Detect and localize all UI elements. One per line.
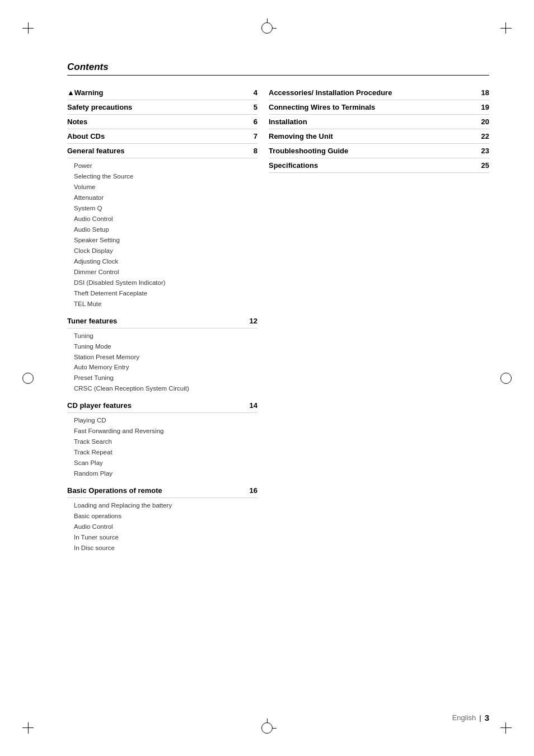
toc-right-label-removing-unit: Removing the Unit <box>269 132 333 140</box>
toc-right-label-installation: Installation <box>269 118 307 126</box>
toc-right-page-removing-unit: 22 <box>481 132 489 140</box>
footer-language: English <box>452 713 476 722</box>
toc-right-label-connecting-wires: Connecting Wires to Terminals <box>269 103 375 111</box>
toc-right-entry-troubleshooting: Troubleshooting Guide23 <box>269 144 489 158</box>
toc-sub-item: Dimmer Control <box>74 267 257 278</box>
crosshair-top <box>261 22 273 34</box>
toc-label-general-features: General features <box>67 147 125 155</box>
crosshair-right <box>500 373 512 384</box>
toc-page-about-cds: 7 <box>246 132 257 140</box>
toc-right-page-specifications: 25 <box>481 161 489 170</box>
toc-page-cd-player-features: 14 <box>246 401 257 410</box>
toc-right-entry-removing-unit: Removing the Unit22 <box>269 129 489 144</box>
toc-right-entry-accessories: Accessories/ Installation Procedure18 <box>269 86 489 100</box>
crosshair-bottom <box>261 722 273 734</box>
toc-sub-item: Theft Deterrent Faceplate <box>74 288 257 299</box>
toc-entry-about-cds: About CDs7 <box>67 129 257 144</box>
toc-sub-item: In Disc source <box>74 543 257 553</box>
toc-columns: ▲Warning4Safety precautions5Notes6About … <box>67 86 489 558</box>
toc-right-entry-specifications: Specifications25 <box>269 158 489 173</box>
toc-sub-item: Preset Tuning <box>74 373 257 383</box>
toc-sub-item: Audio Control <box>74 522 257 532</box>
page-footer: English | 3 <box>452 713 489 722</box>
toc-sub-item: Playing CD <box>74 415 257 426</box>
toc-page-basic-operations: 16 <box>246 486 257 495</box>
reg-mark-br <box>495 717 512 734</box>
toc-sub-item: System Q <box>74 203 257 214</box>
toc-sub-item: Selecting the Source <box>74 171 257 182</box>
toc-entry-safety: Safety precautions5 <box>67 100 257 115</box>
toc-sub-item: Speaker Setting <box>74 235 257 246</box>
toc-sub-item: Basic operations <box>74 511 257 522</box>
crosshair-left <box>22 373 34 384</box>
toc-right-page-troubleshooting: 23 <box>481 147 489 155</box>
left-column: ▲Warning4Safety precautions5Notes6About … <box>67 86 257 558</box>
toc-right-label-troubleshooting: Troubleshooting Guide <box>269 147 348 155</box>
toc-sub-item: Power <box>74 161 257 171</box>
toc-entry-notes: Notes6 <box>67 115 257 129</box>
toc-sub-item: Volume <box>74 182 257 192</box>
toc-sub-item: In Tuner source <box>74 532 257 543</box>
toc-label-basic-operations: Basic Operations of remote <box>67 486 162 495</box>
toc-label-tuner-features: Tuner features <box>67 317 117 325</box>
toc-sub-item: Loading and Replacing the battery <box>74 500 257 511</box>
toc-sub-item: Attenuator <box>74 192 257 203</box>
right-column: Accessories/ Installation Procedure18Con… <box>269 86 489 558</box>
toc-sub-item: Tuning Mode <box>74 341 257 352</box>
toc-sublist-general-features: PowerSelecting the SourceVolumeAttenuato… <box>67 158 257 314</box>
toc-sublist-cd-player-features: Playing CDFast Forwarding and ReversingT… <box>67 413 257 483</box>
toc-sub-item: Adjusting Clock <box>74 256 257 267</box>
page: Contents ▲Warning4Safety precautions5Not… <box>0 0 534 756</box>
toc-sublist-tuner-features: TuningTuning ModeStation Preset MemoryAu… <box>67 328 257 399</box>
toc-sublist-basic-operations: Loading and Replacing the batteryBasic o… <box>67 498 257 558</box>
toc-sub-item: Scan Play <box>74 458 257 468</box>
toc-sub-item: Station Preset Memory <box>74 352 257 363</box>
toc-sub-item: Tuning <box>74 331 257 341</box>
toc-sub-item: CRSC (Clean Reception System Circuit) <box>74 383 257 394</box>
title-divider <box>67 75 489 76</box>
reg-mark-bl <box>22 717 39 734</box>
toc-page-tuner-features: 12 <box>246 317 257 325</box>
toc-sub-item: Audio Control <box>74 214 257 224</box>
footer-separator: | <box>479 713 481 722</box>
toc-label-cd-player-features: CD player features <box>67 401 132 410</box>
toc-sub-item: Fast Forwarding and Reversing <box>74 426 257 436</box>
toc-entry-basic-operations: Basic Operations of remote16 <box>67 483 257 498</box>
toc-right-label-specifications: Specifications <box>269 161 318 170</box>
toc-right-entry-connecting-wires: Connecting Wires to Terminals19 <box>269 100 489 115</box>
toc-sub-item: TEL Mute <box>74 299 257 309</box>
toc-entry-warning: ▲Warning4 <box>67 86 257 100</box>
toc-entry-general-features: General features8 <box>67 144 257 158</box>
toc-right-page-accessories: 18 <box>481 88 489 97</box>
toc-sub-item: Auto Memory Entry <box>74 362 257 373</box>
toc-label-safety: Safety precautions <box>67 103 132 111</box>
reg-mark-tr <box>495 22 512 39</box>
toc-label-notes: Notes <box>67 118 87 126</box>
toc-label-warning: ▲Warning <box>67 88 103 97</box>
toc-sub-item: DSI (Disabled System Indicator) <box>74 278 257 288</box>
toc-entry-cd-player-features: CD player features14 <box>67 398 257 413</box>
toc-page-notes: 6 <box>246 118 257 126</box>
footer-page-number: 3 <box>485 713 489 722</box>
toc-sub-item: Track Repeat <box>74 447 257 458</box>
toc-sub-item: Audio Setup <box>74 224 257 235</box>
toc-right-page-connecting-wires: 19 <box>481 103 489 111</box>
toc-sub-item: Track Search <box>74 436 257 447</box>
toc-label-about-cds: About CDs <box>67 132 105 140</box>
reg-mark-tl <box>22 22 39 39</box>
toc-right-label-accessories: Accessories/ Installation Procedure <box>269 88 392 97</box>
toc-right-entry-installation: Installation20 <box>269 115 489 129</box>
toc-page-warning: 4 <box>246 88 257 97</box>
page-title: Contents <box>67 62 489 73</box>
toc-right-page-installation: 20 <box>481 118 489 126</box>
toc-sub-item: Clock Display <box>74 246 257 256</box>
toc-page-safety: 5 <box>246 103 257 111</box>
toc-entry-tuner-features: Tuner features12 <box>67 314 257 328</box>
toc-sub-item: Random Play <box>74 468 257 479</box>
main-content: Contents ▲Warning4Safety precautions5Not… <box>67 62 489 689</box>
toc-page-general-features: 8 <box>246 147 257 155</box>
